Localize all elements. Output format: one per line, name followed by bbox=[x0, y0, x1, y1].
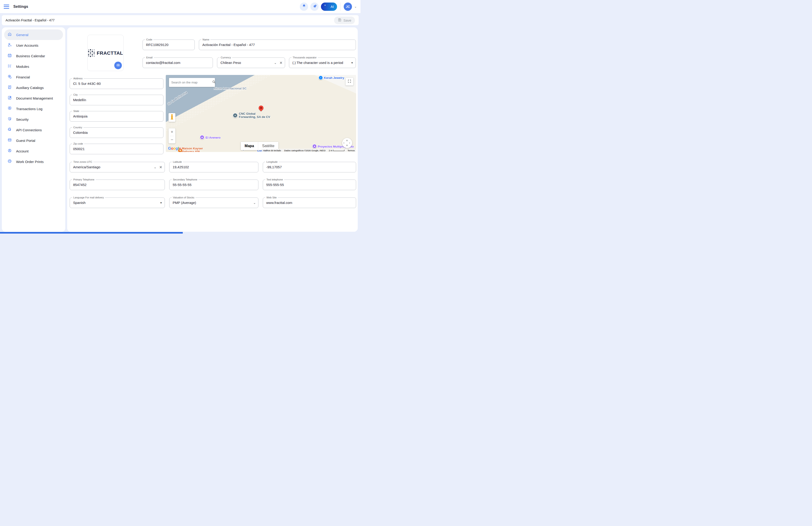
ai-assistant-button[interactable]: ✦ AI bbox=[321, 2, 337, 11]
secondary-telephone-field[interactable]: Secondary Telephone 55-55-55-55 bbox=[169, 179, 258, 190]
primary-telephone-field[interactable]: Primary Telephone 8547452 bbox=[70, 179, 165, 190]
poi-label-maison[interactable]: Maison KayserReforma 408 bbox=[182, 147, 203, 152]
attraction-poi-pin-icon[interactable]: ☻ bbox=[200, 135, 204, 140]
website-label: Web Site bbox=[265, 196, 278, 199]
pan-down-icon[interactable]: ˅ bbox=[346, 144, 348, 147]
map-button[interactable]: Mapa bbox=[241, 142, 258, 150]
sidebar-item-security[interactable]: Security bbox=[4, 114, 63, 125]
zip-field[interactable]: Zip code 050021 bbox=[70, 144, 163, 154]
chevron-down-icon[interactable]: ⌄ bbox=[154, 165, 157, 169]
email-field[interactable]: Email contacto@fracttal.com bbox=[143, 57, 213, 68]
dropdown-arrow-icon[interactable]: ▼ bbox=[160, 201, 162, 204]
poi-label-cnc[interactable]: CNC GlobalForwarding, SA de CV bbox=[239, 112, 270, 119]
shopping-poi-pin-icon[interactable]: ⬩ bbox=[318, 75, 323, 80]
pegman-icon bbox=[170, 114, 174, 121]
sidebar-item-auxiliary-catalogs[interactable]: Auxiliary Catalogs bbox=[4, 82, 63, 93]
business-poi-pin-icon[interactable]: ● bbox=[233, 113, 238, 118]
search-icon[interactable] bbox=[212, 80, 216, 85]
pan-control[interactable]: ˄ ‹ › ˅ bbox=[342, 138, 352, 148]
city-field[interactable]: City Medellín bbox=[70, 95, 163, 105]
name-value: Activación Fracttal - Español - 477 bbox=[202, 43, 255, 47]
latitude-value: 19,425102 bbox=[173, 165, 189, 169]
city-label: City bbox=[72, 93, 79, 96]
state-value: Antioquia bbox=[73, 114, 88, 118]
longitude-field[interactable]: Longitude -99,17057 bbox=[263, 162, 356, 172]
website-field[interactable]: Web Site www.fracttal.com bbox=[263, 198, 356, 208]
dollar-coin-icon bbox=[8, 74, 12, 80]
fracttal-logo-word: FRACTTAL bbox=[97, 50, 123, 56]
clear-icon[interactable]: ✕ bbox=[279, 61, 282, 65]
text-telephone-field[interactable]: Text telephone 555-555-55 bbox=[263, 179, 356, 190]
dropdown-arrow-icon[interactable]: ▼ bbox=[351, 61, 353, 64]
thousands-value: (.) The character used is a period bbox=[292, 61, 343, 64]
sidebar-item-general[interactable]: General bbox=[4, 29, 63, 40]
change-logo-button[interactable] bbox=[114, 62, 122, 69]
map-search-input[interactable] bbox=[171, 81, 212, 84]
zoom-in-button[interactable]: + bbox=[169, 128, 175, 136]
poi-label-arenero[interactable]: El Arenero bbox=[205, 136, 220, 139]
stock-valuation-select[interactable]: Valuation of Stocks PMP (Average) ⌄ bbox=[169, 198, 258, 208]
rocket-icon bbox=[313, 4, 317, 9]
bottom-progress-strip bbox=[0, 232, 183, 234]
timezone-value: America/Santiago bbox=[73, 165, 100, 169]
language-label: Language For mail delivery bbox=[72, 196, 105, 199]
location-marker-icon[interactable] bbox=[258, 105, 265, 112]
country-label: Country bbox=[72, 126, 84, 129]
sidebar-item-modules[interactable]: Modules bbox=[4, 61, 63, 72]
pan-left-icon[interactable]: ‹ bbox=[344, 141, 344, 144]
sidebar-item-user-accounts[interactable]: User Accounts bbox=[4, 40, 63, 50]
map-search-box[interactable] bbox=[169, 78, 215, 87]
terms-link[interactable]: Termos bbox=[348, 149, 355, 152]
sidebar-item-account[interactable]: Account bbox=[4, 146, 63, 156]
country-field[interactable]: Country Colombia bbox=[70, 127, 163, 138]
sidebar-item-guest-portal[interactable]: Guest Portal bbox=[4, 135, 63, 146]
keyboard-shortcuts-link[interactable]: Atalhos do teclado bbox=[263, 149, 281, 152]
user-circle-icon bbox=[8, 148, 12, 154]
menu-icon[interactable] bbox=[4, 4, 9, 9]
account-chevron-down-icon[interactable]: ⌄ bbox=[354, 5, 357, 8]
code-value: RFC10829120 bbox=[146, 43, 169, 47]
thousands-separator-select[interactable]: Thousands separator (.) The character us… bbox=[289, 57, 356, 68]
timezone-select[interactable]: Time zones UTC America/Santiago ⌄✕ bbox=[70, 162, 165, 172]
clear-icon[interactable]: ✕ bbox=[159, 165, 162, 170]
chevron-down-icon[interactable]: ⌄ bbox=[274, 61, 277, 64]
avatar[interactable]: JC bbox=[344, 2, 352, 11]
pan-up-icon[interactable]: ˄ bbox=[346, 139, 348, 142]
latitude-field[interactable]: Latitude 19,425102 bbox=[169, 162, 258, 172]
sidebar-item-work-order-prints[interactable]: Work Order Prints bbox=[4, 156, 63, 167]
notifications-button[interactable] bbox=[300, 2, 308, 11]
state-label: State bbox=[72, 109, 81, 113]
name-field[interactable]: Name Activación Fracttal - Español - 477 bbox=[199, 40, 356, 50]
sidebar-item-label: Security bbox=[16, 117, 29, 121]
sidebar-item-label: Work Order Prints bbox=[16, 160, 44, 164]
language-value: Spanish bbox=[73, 201, 86, 205]
sidebar-item-business-calendar[interactable]: Business Calendar bbox=[4, 50, 63, 61]
state-field[interactable]: State Antioquia bbox=[70, 111, 163, 122]
code-field[interactable]: Code RFC10829120 bbox=[143, 40, 195, 50]
pan-right-icon[interactable]: › bbox=[349, 141, 350, 144]
pegman-control[interactable] bbox=[169, 113, 175, 122]
fracttal-logo-mark bbox=[88, 49, 95, 57]
save-button[interactable]: Save bbox=[334, 17, 355, 24]
google-logo[interactable]: Google bbox=[168, 146, 181, 151]
sidebar-item-financial[interactable]: Financial bbox=[4, 72, 63, 82]
printer-icon bbox=[8, 159, 12, 164]
ai-label: AI bbox=[331, 4, 334, 9]
secondary-telephone-label: Secondary Telephone bbox=[172, 178, 199, 181]
fullscreen-button[interactable] bbox=[346, 78, 353, 86]
poi-label-aicon[interactable]: Aicon Internacional SC bbox=[214, 87, 246, 90]
sidebar-item-transactions-log[interactable]: Transactions Log bbox=[4, 103, 63, 114]
currency-select[interactable]: Currency Chilean Peso ⌄✕ bbox=[217, 57, 285, 68]
address-field[interactable]: Address Cl. 5 Sur #43C-80 bbox=[70, 78, 163, 89]
launch-button[interactable] bbox=[310, 2, 319, 11]
purple-poi-pin-icon[interactable]: ☻ bbox=[312, 144, 317, 148]
camera-icon bbox=[116, 63, 120, 68]
language-select[interactable]: Language For mail delivery Spanish ▼ bbox=[70, 198, 165, 208]
sidebar-item-document-management[interactable]: Document Management bbox=[4, 93, 63, 103]
poi-label-kerah[interactable]: Kerah Jewelry bbox=[324, 76, 344, 79]
google-map[interactable]: de la Reforma Aicon Internacional SC ⬩ K… bbox=[166, 75, 356, 152]
fullscreen-icon bbox=[348, 79, 351, 84]
chevron-down-icon[interactable]: ⌄ bbox=[253, 201, 256, 205]
zoom-out-button[interactable]: − bbox=[169, 136, 175, 144]
sidebar-item-api-connections[interactable]: API Connections bbox=[4, 125, 63, 135]
